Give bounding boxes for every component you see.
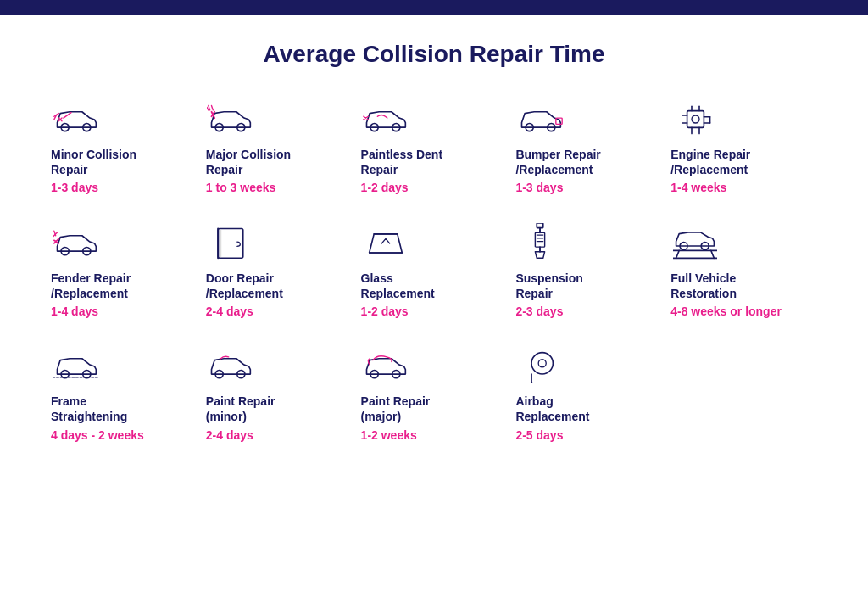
paintless-dent-icon	[361, 98, 410, 140]
page-content: Average Collision Repair Time Minor Coll…	[0, 15, 868, 460]
fender-repair-icon	[51, 221, 100, 264]
suspension-repair-icon	[515, 221, 565, 264]
list-item: Fender Repair/Replacement 1-4 days	[51, 221, 198, 320]
list-item: Full VehicleRestoration 4-8 weeks or lon…	[670, 221, 817, 320]
repair-grid: Minor CollisionRepair 1-3 days Major Col…	[51, 98, 817, 443]
list-item: FrameStraightening 4 days - 2 weeks	[51, 344, 198, 443]
minor-collision-icon	[51, 98, 100, 140]
full-vehicle-icon	[670, 221, 720, 264]
top-bar	[0, 0, 868, 15]
svg-point-50	[539, 360, 547, 367]
item-time: 1-3 days	[51, 180, 98, 195]
item-time: 1-4 weeks	[670, 180, 726, 195]
list-item: GlassReplacement 1-2 days	[361, 221, 508, 320]
item-name: AirbagReplacement	[515, 394, 589, 424]
item-name: Paintless DentRepair	[361, 147, 442, 177]
list-item: Bumper Repair/Replacement 1-3 days	[515, 98, 662, 196]
bumper-repair-icon	[515, 98, 565, 140]
item-time: 2-5 days	[515, 428, 563, 443]
svg-rect-11	[687, 110, 704, 127]
item-name: Minor CollisionRepair	[51, 147, 136, 177]
glass-replacement-icon	[361, 221, 410, 264]
item-time: 1-2 days	[361, 180, 409, 195]
list-item: AirbagReplacement 2-5 days	[515, 344, 662, 443]
item-name: Full VehicleRestoration	[670, 271, 737, 301]
item-name: Paint Repair(minor)	[206, 394, 275, 424]
airbag-replacement-icon	[515, 344, 565, 387]
item-time: 4 days - 2 weeks	[51, 428, 144, 443]
list-item: Door Repair/Replacement 2-4 days	[206, 221, 353, 320]
paint-repair-major-icon	[361, 344, 410, 387]
item-name: Bumper Repair/Replacement	[515, 147, 600, 177]
item-time: 2-4 days	[206, 304, 253, 319]
list-item: Paint Repair(minor) 2-4 days	[206, 344, 353, 443]
frame-straightening-icon	[51, 344, 100, 387]
item-time: 2-3 days	[515, 304, 563, 319]
svg-line-39	[676, 250, 680, 258]
list-item: SuspensionRepair 2-3 days	[515, 221, 662, 320]
svg-point-49	[531, 353, 553, 374]
page-title: Average Collision Repair Time	[51, 41, 817, 68]
list-item: Paintless DentRepair 1-2 days	[361, 98, 508, 196]
item-time: 2-4 days	[206, 428, 253, 443]
item-time: 1-3 days	[515, 180, 563, 195]
svg-line-40	[711, 250, 715, 258]
list-item: Major CollisionRepair 1 to 3 weeks	[206, 98, 353, 196]
item-time: 1 to 3 weeks	[206, 180, 276, 195]
item-time: 4-8 weeks or longer	[670, 304, 782, 319]
item-name: Paint Repair(major)	[361, 394, 431, 424]
list-item: Minor CollisionRepair 1-3 days	[51, 98, 198, 196]
door-repair-icon	[206, 221, 255, 264]
major-collision-icon	[206, 98, 255, 140]
item-name: Fender Repair/Replacement	[51, 271, 131, 301]
item-name: Door Repair/Replacement	[206, 271, 283, 301]
list-item: Engine Repair/Replacement 1-4 weeks	[670, 98, 817, 196]
engine-repair-icon	[670, 98, 720, 140]
item-time: 1-4 days	[51, 304, 98, 319]
svg-point-21	[692, 115, 699, 123]
item-name: GlassReplacement	[361, 271, 435, 301]
item-time: 1-2 days	[361, 304, 409, 319]
item-name: FrameStraightening	[51, 394, 127, 424]
paint-repair-minor-icon	[206, 344, 255, 387]
item-name: Major CollisionRepair	[206, 147, 291, 177]
item-time: 1-2 weeks	[361, 428, 417, 443]
list-item: Paint Repair(major) 1-2 weeks	[361, 344, 508, 443]
item-name: Engine Repair/Replacement	[670, 147, 750, 177]
item-name: SuspensionRepair	[515, 271, 582, 301]
